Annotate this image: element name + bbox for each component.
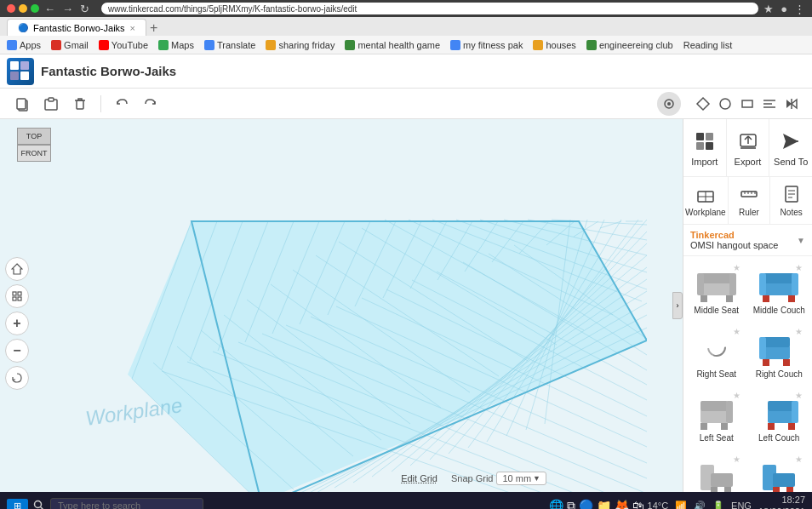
profile-button[interactable]: ● <box>781 3 787 15</box>
grid-controls: Edit Grid Snap Grid 10 mm ▼ <box>401 472 546 485</box>
star-icon-5[interactable]: ★ <box>733 391 741 400</box>
shape-back-couch[interactable]: ★ Back Couch <box>750 451 809 492</box>
shape-right-couch[interactable]: ★ Right Couch <box>750 323 809 382</box>
bookmark-sharing[interactable]: sharing friday <box>266 40 335 50</box>
collapse-panel-button[interactable]: › <box>672 292 683 319</box>
middle-couch-label: Middle Couch <box>753 306 805 315</box>
taskbar-store-icon[interactable]: 🛍 <box>632 499 644 509</box>
star-icon-2[interactable]: ★ <box>795 263 803 272</box>
back-seat-preview: ★ <box>693 455 741 492</box>
bookmark-translate[interactable]: Translate <box>204 40 255 50</box>
taskbar-cortana-icon[interactable]: 🌐 <box>549 499 563 509</box>
taskbar-search-icon[interactable] <box>31 498 47 509</box>
cube-top-face[interactable]: TOP <box>17 128 51 145</box>
taskbar-task-view-icon[interactable]: ⧉ <box>567 499 575 510</box>
shape-left-seat[interactable]: ★ Left Seat <box>687 387 746 446</box>
paste-button[interactable] <box>39 92 63 116</box>
star-icon-7[interactable]: ★ <box>733 455 741 464</box>
rect-tool[interactable] <box>737 94 758 114</box>
delete-button[interactable] <box>68 92 92 116</box>
left-couch-preview: ★ <box>755 391 803 432</box>
taskbar-lang: ENG <box>731 500 752 509</box>
forward-button[interactable]: → <box>62 3 73 15</box>
maximize-window-button[interactable] <box>31 4 39 13</box>
bookmark-mental[interactable]: mental health game <box>345 40 440 50</box>
tab-close-icon[interactable]: × <box>130 23 135 33</box>
zoom-in-button[interactable]: + <box>5 312 29 335</box>
shape-right-seat[interactable]: ★ Right Seat <box>687 323 746 382</box>
camera-icon[interactable] <box>657 92 681 116</box>
bookmark-maps[interactable]: Maps <box>158 40 194 50</box>
bookmark-apps[interactable]: Apps <box>7 40 41 50</box>
shape-left-couch[interactable]: ★ Left Couch <box>750 387 809 446</box>
zoom-out-button[interactable]: − <box>5 339 29 363</box>
new-tab-button[interactable]: + <box>150 20 157 36</box>
redo-icon <box>143 96 158 112</box>
star-icon-6[interactable]: ★ <box>795 391 803 400</box>
address-bar[interactable]: www.tinkercad.com/things/5pljRMXmy/K-fan… <box>101 3 758 14</box>
export-button[interactable]: Export <box>727 119 770 176</box>
star-icon[interactable]: ★ <box>733 263 741 272</box>
svg-rect-23 <box>13 297 16 300</box>
bookmark-youtube[interactable]: YouTube <box>99 40 148 50</box>
bookmark-houses[interactable]: houses <box>533 40 575 50</box>
taskbar-search-input[interactable] <box>50 498 203 509</box>
settings-button[interactable]: ⋮ <box>794 3 805 15</box>
view-cube[interactable]: TOP FRONT <box>9 128 60 179</box>
fit-view-button[interactable] <box>5 284 29 308</box>
main-layout: TOP FRONT + − <box>0 119 812 492</box>
refresh-button[interactable]: ↻ <box>80 3 89 15</box>
space-selector[interactable]: Tinkercad OMSI hangout space ▼ <box>683 225 812 256</box>
ruler-button[interactable]: Ruler <box>729 177 771 224</box>
import-button[interactable]: Import <box>683 119 727 176</box>
shape-back-seat[interactable]: ★ Back Seat <box>687 451 746 492</box>
tab-label: Fantastic Borwo-Jaiks <box>33 23 125 33</box>
redo-button[interactable] <box>139 92 163 116</box>
back-button[interactable]: ← <box>44 3 55 15</box>
right-couch-label: Right Couch <box>756 369 803 379</box>
taskbar-explorer-icon[interactable]: 📁 <box>597 499 611 509</box>
align-tool[interactable] <box>759 94 780 114</box>
bookmark-maps-label: Maps <box>171 40 194 50</box>
canvas-area[interactable]: TOP FRONT + − <box>0 119 683 492</box>
mirror-tool[interactable] <box>781 94 802 114</box>
workplane-button[interactable]: Workplane <box>683 177 729 224</box>
shape-middle-couch[interactable]: ★ Middle Couch <box>750 260 809 318</box>
rotate-button[interactable] <box>5 366 29 390</box>
bookmark-reading[interactable]: Reading list <box>683 40 732 50</box>
cube-front-face[interactable]: FRONT <box>17 145 51 162</box>
bookmark-engineering[interactable]: engineereing club <box>586 40 673 50</box>
notes-button[interactable]: Notes <box>770 177 812 224</box>
active-tab[interactable]: 🔵 Fantastic Borwo-Jaiks × <box>7 19 146 36</box>
svg-rect-97 <box>696 133 704 140</box>
workplane-icon <box>696 185 715 205</box>
taskbar-firefox-icon[interactable]: 🦊 <box>615 499 629 509</box>
extensions-button[interactable]: ★ <box>763 3 774 15</box>
star-icon-3[interactable]: ★ <box>733 327 741 336</box>
bookmark-gmail[interactable]: Gmail <box>51 40 89 50</box>
svg-rect-133 <box>763 346 790 359</box>
right-seat-label: Right Seat <box>696 369 736 379</box>
send-to-button[interactable]: Send To <box>769 119 812 176</box>
svg-rect-127 <box>763 295 769 302</box>
svg-rect-129 <box>759 273 766 295</box>
snap-value-control[interactable]: 10 mm ▼ <box>496 472 546 485</box>
start-button[interactable]: ⊞ <box>7 499 28 510</box>
shape-middle-seat[interactable]: ★ Middle Seat <box>687 260 746 318</box>
ruler-svg <box>740 185 758 203</box>
copy-button[interactable] <box>10 92 34 116</box>
diamond-tool[interactable] <box>693 94 713 114</box>
star-icon-8[interactable]: ★ <box>795 455 803 464</box>
bookmark-fitness[interactable]: my fitness pak <box>450 40 523 50</box>
paste-icon <box>43 96 59 112</box>
middle-seat-preview: ★ <box>693 263 741 304</box>
undo-button[interactable] <box>110 92 134 116</box>
taskbar-chrome-icon[interactable]: 🔵 <box>579 499 593 509</box>
edit-grid-label[interactable]: Edit Grid <box>401 473 437 483</box>
home-button[interactable] <box>5 257 29 281</box>
close-window-button[interactable] <box>7 4 15 13</box>
star-icon-4[interactable]: ★ <box>795 327 803 336</box>
tinkercad-logo <box>7 58 34 85</box>
minimize-window-button[interactable] <box>19 4 27 13</box>
circle-tool[interactable] <box>715 94 735 114</box>
